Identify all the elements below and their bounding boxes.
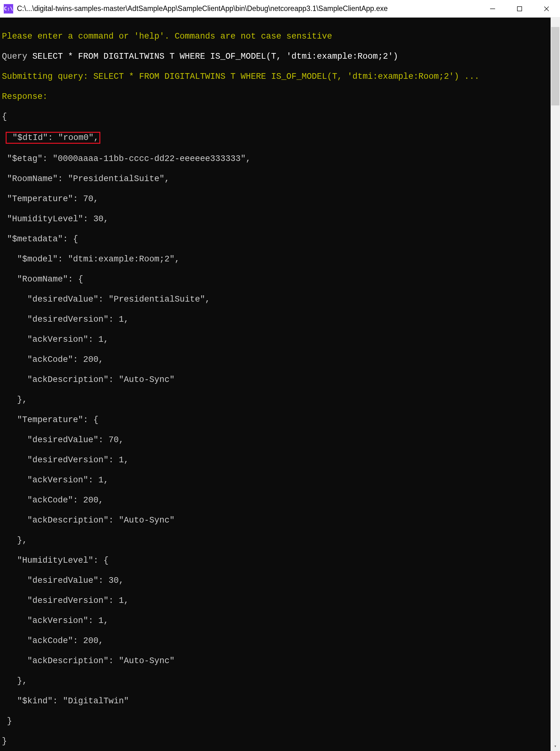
svg-rect-1 xyxy=(517,6,522,11)
json-line: "$metadata": { xyxy=(2,234,558,244)
response-label: Response: xyxy=(2,92,558,102)
json-line: "ackVersion": 1, xyxy=(2,616,558,626)
json-brace-open: { xyxy=(2,112,558,122)
close-button[interactable] xyxy=(533,0,560,17)
window-titlebar: C:\ C:\...\digital-twins-samples-master\… xyxy=(0,0,560,18)
json-line: "desiredValue": "PresidentialSuite", xyxy=(2,294,558,304)
json-brace-close: } xyxy=(2,736,558,746)
json-line: "desiredVersion": 1, xyxy=(2,596,558,606)
json-line: "Temperature": { xyxy=(2,415,558,425)
window-title: C:\...\digital-twins-samples-master\AdtS… xyxy=(17,4,479,13)
json-line: "$kind": "DigitalTwin" xyxy=(2,696,558,706)
query-line: Query SELECT * FROM DIGITALTWINS T WHERE… xyxy=(2,52,558,61)
app-icon: C:\ xyxy=(4,4,13,14)
query-text: SELECT * FROM DIGITALTWINS T WHERE IS_OF… xyxy=(32,52,398,61)
json-line: "desiredVersion": 1, xyxy=(2,314,558,325)
app-icon-text: C:\ xyxy=(4,6,13,12)
json-line: "ackCode": 200, xyxy=(2,495,558,505)
json-line: "desiredVersion": 1, xyxy=(2,455,558,465)
json-line: }, xyxy=(2,676,558,686)
console-output[interactable]: Please enter a command or 'help'. Comman… xyxy=(0,18,560,751)
json-line: "$model": "dtmi:example:Room;2", xyxy=(2,254,558,264)
query-label: Query xyxy=(2,52,32,61)
minimize-button[interactable] xyxy=(479,0,506,17)
json-line: "HumidityLevel": { xyxy=(2,556,558,565)
maximize-button[interactable] xyxy=(506,0,533,17)
submitting-line: Submitting query: SELECT * FROM DIGITALT… xyxy=(2,72,558,82)
json-line: "ackVersion": 1, xyxy=(2,475,558,485)
prompt-line: Please enter a command or 'help'. Comman… xyxy=(2,32,558,41)
json-line: "ackDescription": "Auto-Sync" xyxy=(2,515,558,525)
json-line: }, xyxy=(2,395,558,405)
minimize-icon xyxy=(489,6,496,12)
json-line: }, xyxy=(2,535,558,545)
window-controls xyxy=(479,0,560,17)
scroll-down-arrow-icon[interactable]: ▾ xyxy=(551,742,560,751)
scrollbar-thumb[interactable] xyxy=(551,27,559,105)
json-line: "$dtId": "room0", xyxy=(2,132,558,144)
json-line: "ackDescription": "Auto-Sync" xyxy=(2,375,558,385)
json-line: "$etag": "0000aaaa-11bb-cccc-dd22-eeeeee… xyxy=(2,154,558,164)
dtid-highlight: "$dtId": "room0", xyxy=(6,132,100,144)
json-line: } xyxy=(2,716,558,726)
vertical-scrollbar[interactable]: ▴ ▾ xyxy=(551,18,560,751)
json-line: "ackCode": 200, xyxy=(2,354,558,365)
json-line: "ackVersion": 1, xyxy=(2,334,558,345)
json-line: "Temperature": 70, xyxy=(2,194,558,204)
json-line: "RoomName": { xyxy=(2,274,558,284)
json-line: "HumidityLevel": 30, xyxy=(2,214,558,224)
close-icon xyxy=(543,6,549,12)
json-line: "desiredValue": 70, xyxy=(2,435,558,445)
json-line: "ackCode": 200, xyxy=(2,636,558,646)
maximize-icon xyxy=(516,6,523,12)
json-line: "ackDescription": "Auto-Sync" xyxy=(2,656,558,666)
json-line: "RoomName": "PresidentialSuite", xyxy=(2,174,558,184)
json-line: "desiredValue": 30, xyxy=(2,576,558,585)
